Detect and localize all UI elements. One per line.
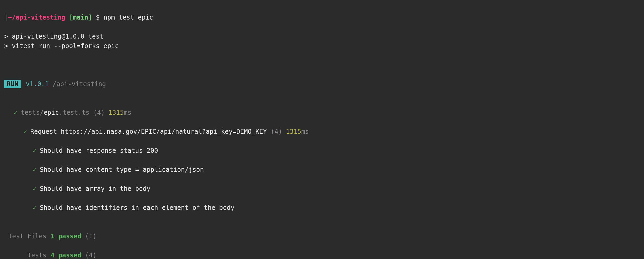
branch-open: [: [69, 14, 73, 21]
blank-line: [4, 22, 640, 32]
test-case-name: Should have array in the body: [40, 185, 150, 192]
summary-tests-line: Tests4 passed (4): [4, 241, 640, 259]
test-file-name: epic: [44, 109, 59, 116]
prompt-bracket: |: [4, 14, 8, 21]
check-icon: ✓: [33, 185, 36, 192]
suite-count: (4): [271, 128, 282, 135]
test-file-count: (4): [93, 109, 105, 116]
npm-output-line-2: > vitest run --pool=forks epic: [4, 41, 640, 51]
test-case-line: ✓Should have content-type = application/…: [4, 155, 640, 174]
command-text: npm test epic: [104, 14, 153, 21]
blank-line: [4, 89, 640, 98]
check-icon: ✓: [33, 147, 36, 154]
summary-tests-passed: 4 passed: [51, 252, 81, 259]
check-icon: ✓: [23, 128, 27, 135]
blank-line: [4, 60, 640, 70]
summary-tests-count: (4): [85, 252, 96, 259]
blank-line: [4, 51, 640, 60]
runner-line: RUN v1.0.1 /api-vitesting: [4, 70, 640, 89]
test-case-name: Should have content-type = application/j…: [40, 166, 204, 173]
summary-files-count: (1): [85, 233, 96, 240]
test-case-name: Should have identifiers in each element …: [40, 204, 234, 211]
suite-name: Request https://api.nasa.gov/EPIC/api/na…: [30, 128, 267, 135]
branch-close: ]: [88, 14, 92, 21]
check-icon: ✓: [33, 204, 36, 211]
check-icon: ✓: [14, 109, 17, 116]
npm-output-line-1: > api-vitesting@1.0.0 test: [4, 32, 640, 41]
check-icon: ✓: [33, 166, 36, 173]
prompt-path: ~/api-vitesting: [8, 14, 65, 21]
summary-files-passed: 1 passed: [51, 233, 81, 240]
test-file-prefix: tests/: [21, 109, 44, 116]
test-suite-line: ✓Request https://api.nasa.gov/EPIC/api/n…: [4, 117, 640, 136]
runner-version: v1.0.1: [26, 80, 49, 88]
test-case-name: Should have response status 200: [40, 147, 158, 154]
test-case-line: ✓Should have identifiers in each element…: [4, 193, 640, 212]
blank-line: [4, 212, 640, 222]
prompt-line[interactable]: |~/api-vitesting [main] $ npm test epic: [4, 3, 640, 22]
test-file-duration-unit: ms: [124, 109, 132, 116]
test-file-duration-num: 1315: [109, 109, 124, 116]
test-case-line: ✓Should have response status 200: [4, 136, 640, 155]
suite-duration-unit: ms: [301, 128, 309, 135]
test-case-line: ✓Should have array in the body: [4, 174, 640, 193]
summary-label: Test Files: [4, 232, 46, 241]
branch-name: main: [73, 14, 88, 21]
suite-duration-num: 1315: [286, 128, 301, 135]
test-file-line: ✓tests/epic.test.ts (4) 1315ms: [4, 98, 640, 117]
test-file-suffix: .test.ts: [59, 109, 90, 116]
summary-label: Tests: [4, 251, 46, 259]
run-badge: RUN: [4, 80, 21, 88]
prompt-dollar: $: [96, 14, 100, 21]
runner-path: /api-vitesting: [53, 80, 106, 88]
summary-files-line: Test Files1 passed (1): [4, 222, 640, 241]
